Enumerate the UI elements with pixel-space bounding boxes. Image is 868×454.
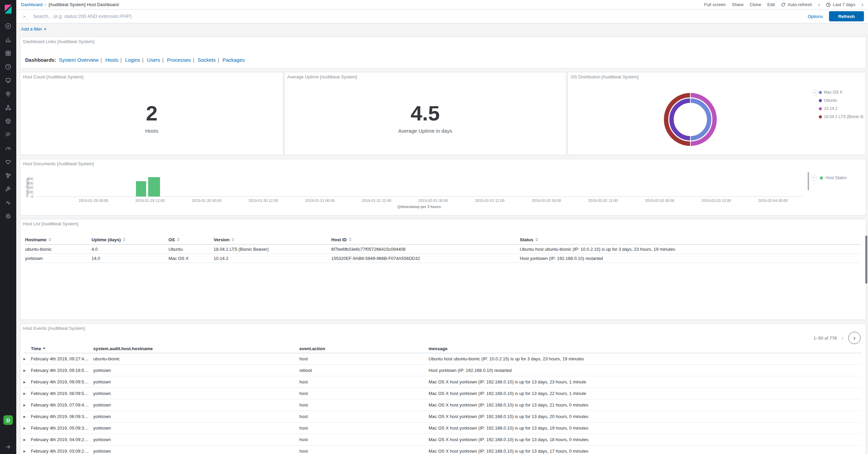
- metric-label: Average Uptime in days: [398, 128, 452, 134]
- time-back-button[interactable]: ‹: [818, 2, 820, 7]
- column-header-os[interactable]: OS: [169, 237, 214, 242]
- time-picker-button[interactable]: Last 7 days: [826, 2, 855, 7]
- visualize-icon[interactable]: [4, 36, 12, 43]
- refresh-cycle-icon: [781, 2, 786, 7]
- machine-learning-icon[interactable]: [4, 104, 12, 111]
- legend-toggle-icon[interactable]: »: [811, 175, 817, 181]
- expand-row-icon[interactable]: ▶: [23, 438, 31, 441]
- column-header-hostname[interactable]: system.audit.host.hostname: [93, 346, 299, 351]
- legend-item-10-14-2[interactable]: 10.14.2: [819, 105, 864, 113]
- refresh-button[interactable]: Refresh: [829, 11, 864, 21]
- link-packages[interactable]: Packages: [222, 57, 245, 63]
- expand-row-icon[interactable]: ▶: [23, 450, 31, 453]
- column-header-version[interactable]: Version: [214, 237, 331, 242]
- cell-time: February 4th 2019, 09:27:46.040: [31, 356, 93, 361]
- add-filter-link[interactable]: Add a filter +: [21, 26, 46, 32]
- legend-item-host-states[interactable]: Host States: [826, 175, 847, 180]
- link-system-overview[interactable]: System Overview: [59, 57, 99, 63]
- main-area: Dashboard / [Auditbeat System] Host Dash…: [16, 0, 868, 454]
- cell-message: Mac OS X host yorktown (IP: 192.168.0.10…: [429, 402, 861, 408]
- page-scrollbar[interactable]: [865, 235, 867, 284]
- cell-time: February 4th 2019, 04:09:20.814: [31, 437, 93, 442]
- expand-row-icon[interactable]: ▶: [23, 403, 31, 407]
- dev-tools-icon[interactable]: [4, 185, 12, 193]
- previous-page-icon[interactable]: ‹: [842, 335, 844, 341]
- space-avatar[interactable]: D: [3, 415, 13, 425]
- panel-host-list: Host List [Auditbeat System] Hostname Up…: [20, 219, 866, 320]
- search-input[interactable]: [33, 13, 802, 19]
- table-header-row: Time system.audit.host.hostname event.ac…: [23, 344, 861, 353]
- table-header-row: Hostname Uptime (days) OS Version Host I…: [25, 235, 861, 245]
- metric-host-count: 2 Hosts: [20, 72, 283, 155]
- link-sockets[interactable]: Sockets: [198, 57, 216, 63]
- discover-icon[interactable]: [4, 22, 12, 30]
- legend-scrollbar[interactable]: [808, 172, 809, 190]
- table-row: ▶ February 4th 2019, 06:09:30.907 yorkto…: [23, 411, 861, 422]
- apm-icon[interactable]: [4, 145, 12, 152]
- kibana-app: D Dashboard / [Auditbeat System] Host Da…: [0, 0, 868, 454]
- column-header-message[interactable]: message: [429, 346, 861, 351]
- share-button[interactable]: Share: [732, 2, 744, 7]
- expand-row-icon[interactable]: ▶: [23, 380, 31, 384]
- column-header-uptime[interactable]: Uptime (days): [92, 237, 169, 242]
- next-page-icon[interactable]: ›: [848, 332, 861, 344]
- legend-dot: [820, 176, 823, 179]
- timelion-icon[interactable]: [4, 63, 12, 71]
- filter-bar: Add a filter +: [16, 23, 868, 34]
- link-hosts[interactable]: Hosts: [105, 57, 118, 63]
- x-axis-ticks: 2019-01-29 00:002019-01-29 12:002019-01-…: [65, 198, 801, 203]
- legend-item-mac-os-x[interactable]: Mac OS X: [819, 88, 864, 96]
- cell-hostname: yorktown: [25, 256, 92, 261]
- edit-button[interactable]: Edit: [767, 2, 775, 7]
- page-title: [Auditbeat System] Host Dashboard: [48, 2, 119, 7]
- cell-time: February 4th 2019, 08:09:51.000: [31, 391, 93, 396]
- uptime-icon[interactable]: [4, 158, 12, 166]
- cell-time: February 4th 2019, 05:09:30.860: [31, 425, 93, 431]
- link-processes[interactable]: Processes: [167, 57, 191, 63]
- y-axis-tick: 200: [23, 186, 33, 190]
- graph-icon[interactable]: [4, 172, 12, 179]
- query-options-link[interactable]: Options: [808, 14, 823, 19]
- column-header-event-action[interactable]: event.action: [299, 346, 429, 351]
- auto-refresh-button[interactable]: Auto-refresh: [781, 2, 812, 7]
- cell-message: Mac OS X host yorktown (IP: 192.168.0.10…: [429, 425, 861, 431]
- column-header-time[interactable]: Time: [31, 346, 93, 351]
- maps-icon[interactable]: [4, 90, 12, 98]
- dashboard-icon[interactable]: [4, 50, 12, 57]
- full-screen-button[interactable]: Full screen: [704, 2, 726, 7]
- time-forward-button[interactable]: ›: [862, 2, 863, 7]
- cell-time: February 4th 2019, 06:09:30.907: [31, 414, 93, 419]
- clone-button[interactable]: Clone: [750, 2, 761, 7]
- collapse-nav-icon[interactable]: [4, 443, 12, 451]
- kibana-logo[interactable]: [3, 4, 13, 14]
- cell-event-action: host: [299, 437, 429, 442]
- logs-icon[interactable]: [4, 131, 12, 138]
- infrastructure-icon[interactable]: [4, 117, 12, 125]
- table-row: ▶ February 4th 2019, 09:09:51.049 yorkto…: [23, 376, 861, 388]
- expand-row-icon[interactable]: ▶: [23, 415, 31, 418]
- expand-row-icon[interactable]: ▶: [23, 369, 31, 372]
- management-gear-icon[interactable]: [4, 212, 12, 220]
- breadcrumb-dashboard-link[interactable]: Dashboard: [21, 2, 43, 7]
- cell-message: Mac OS X host yorktown (IP: 192.168.0.10…: [429, 414, 861, 419]
- legend-item-18-04-1[interactable]: 18.04.1 LTS (Bionic B...: [819, 113, 864, 121]
- legend-item-ubuntu[interactable]: Ubuntu: [819, 96, 864, 105]
- column-header-hostname[interactable]: Hostname: [25, 237, 92, 242]
- expand-row-icon[interactable]: ▶: [23, 357, 31, 361]
- host-events-table: Time system.audit.host.hostname event.ac…: [23, 344, 861, 454]
- expand-row-icon[interactable]: ▶: [23, 392, 31, 395]
- legend-toggle-icon[interactable]: »: [812, 90, 818, 96]
- monitoring-icon[interactable]: [4, 199, 12, 206]
- add-filter-label: Add a filter: [21, 26, 42, 32]
- expand-row-icon[interactable]: ▶: [23, 427, 31, 430]
- y-axis-tick: 0: [23, 194, 33, 198]
- link-users[interactable]: Users: [147, 57, 160, 63]
- link-logins[interactable]: Logins: [125, 57, 140, 63]
- column-header-host-id[interactable]: Host ID: [331, 237, 520, 242]
- canvas-icon[interactable]: [4, 77, 12, 84]
- histogram-bar: [148, 177, 160, 196]
- cell-host-id: 6f7be6fb33e6c77f057266415c094408: [331, 247, 520, 252]
- clock-icon: [826, 2, 831, 7]
- column-header-status[interactable]: Status: [520, 237, 861, 242]
- cell-time: February 4th 2019, 03:09:20.765: [31, 449, 93, 454]
